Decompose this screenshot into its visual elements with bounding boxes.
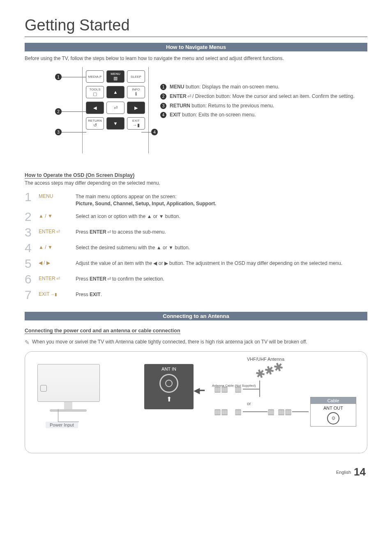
osd-num-5: 5 (25, 257, 39, 270)
osd-num-3: 3 (25, 226, 39, 239)
osd-desc-6-b: ENTER (90, 276, 106, 282)
button-description-list: 1 MENU button: Displays the main on-scre… (160, 67, 367, 121)
osd-num-6: 6 (25, 273, 39, 285)
osd-key-4: ▲ / ▼ (39, 242, 76, 250)
osd-key-6: ENTER (39, 273, 76, 281)
osd-num-7: 7 (25, 289, 39, 301)
section-bar-antenna: Connecting to an Antenna (25, 312, 367, 320)
remote-tools-label: TOOLS (90, 88, 101, 91)
osd-row-3: 3 ENTER Press ENTER to access the sub-me… (25, 225, 367, 240)
footer-page-number: 14 (354, 466, 366, 478)
osd-key-3-text: ENTER (39, 229, 55, 234)
osd-sub: The access steps may differ depending on… (25, 180, 367, 186)
callout-4: 4 (151, 129, 158, 135)
enter-icon: ⏎ (114, 105, 118, 111)
title-rule (25, 37, 367, 37)
info-icon: ℹ (135, 91, 137, 97)
remote-right-button: ▶ (127, 102, 145, 114)
power-line (58, 409, 79, 422)
or-label: or (247, 401, 251, 406)
osd-key-2: ▲ / ▼ (39, 211, 76, 219)
desc-tail-2: / Direction button: Move the cursor and … (191, 93, 355, 99)
osd-desc-2: Select an icon or option with the ▲ or ▼… (76, 211, 367, 220)
osd-row-1: 1 MENU The main menu options appear on t… (25, 189, 367, 209)
osd-row-7: 7 EXIT Press EXIT. (25, 287, 367, 303)
remote-exit-button: EXIT→▮ (127, 117, 145, 130)
osd-desc-3-s: to access the sub-menu. (111, 229, 166, 235)
osd-desc-6-icon (106, 276, 111, 282)
desc-num-4: 4 (160, 112, 166, 118)
remote-sleep-label: SLEEP (131, 75, 141, 79)
cable-box-header: Cable (311, 397, 356, 404)
page-footer: English 14 (25, 466, 367, 478)
callout-3: 3 (55, 129, 62, 135)
osd-key-1: MENU (39, 191, 76, 199)
osd-desc-3: Press ENTER to access the sub-menu. (76, 226, 367, 236)
osd-desc-7-p: Press (76, 292, 90, 297)
desc-tail-3: button: Returns to the previous menu. (190, 103, 274, 109)
ant-in-label: ANT IN (144, 364, 194, 371)
connector-icon-1b: ▥ (235, 385, 242, 394)
conn-line-2 (243, 411, 267, 412)
osd-desc-3-p: Press (76, 229, 90, 235)
osd-desc-7-b: EXIT (90, 292, 101, 297)
desc-row-3: 3 RETURN button: Returns to the previous… (160, 102, 367, 109)
remote-return-label: RETURN (88, 119, 101, 123)
remote-return-button: RETURN↺ (86, 117, 104, 130)
connection-diagram: Power Input ANT IN ⬆ ◀━ VHF/UHF Antenna … (25, 351, 367, 453)
osd-desc-1: The main menu options appear on the scre… (76, 191, 367, 207)
desc-bold-1: MENU (170, 84, 184, 90)
note-icon: ✎ (25, 339, 30, 346)
osd-key-7: EXIT (39, 289, 76, 297)
tv-stand-neck (64, 402, 72, 409)
osd-desc-3-b: ENTER (90, 229, 106, 235)
remote-media-label: MEDIA.P (88, 75, 102, 79)
osd-num-4: 4 (25, 242, 39, 254)
tv-port-icon (40, 385, 47, 392)
osd-desc-4: Select the desired submenu with the ▲ or… (76, 242, 367, 251)
right-arrow-icon: ▶ (134, 105, 138, 111)
remote-sleep-button: SLEEP (127, 70, 145, 83)
remote-exit-label: EXIT (132, 119, 140, 123)
enter-glyph-icon (187, 93, 191, 99)
antenna-heading: Connecting the power cord and an antenna… (25, 328, 180, 334)
return-icon: ↺ (93, 123, 97, 128)
remote-tools-button: TOOLS▢ (86, 86, 104, 98)
remote-enter-button: ⏎ (106, 102, 125, 114)
desc-bold-4: EXIT (170, 112, 181, 118)
desc-row-4: 4 EXIT button: Exits the on-screen menu. (160, 111, 367, 118)
left-arrow-icon: ◀ (93, 105, 97, 111)
conn-vert-1 (259, 380, 260, 397)
coax-dot-icon: ⊙ (332, 415, 335, 421)
tv-back-panel (37, 364, 100, 402)
antenna-note-row: ✎ When you move or swivel the TV with An… (25, 339, 367, 346)
remote-info-label: INFO (132, 88, 140, 91)
arrow-up-icon: ⬆ (144, 395, 194, 403)
desc-text-1: MENU button: Displays the main on-screen… (170, 83, 367, 90)
osd-desc-6-p: Press (76, 276, 90, 282)
desc-num-1: 1 (160, 84, 166, 90)
osd-key-7-icon (50, 291, 57, 297)
power-input-label: Power Input (46, 422, 78, 428)
antenna-note-text: When you move or swivel the TV with Ante… (32, 339, 307, 345)
desc-bold-3: RETURN (170, 103, 190, 109)
desc-num-3: 3 (160, 103, 166, 109)
osd-num-2: 2 (25, 211, 39, 223)
connector-icon-1a: ▥▥ (214, 385, 228, 394)
connector-icon-2d: ▥▥ (278, 407, 292, 416)
osd-row-4: 4 ▲ / ▼ Select the desired submenu with … (25, 240, 367, 256)
osd-desc-7: Press EXIT. (76, 289, 367, 298)
remote-body: MEDIA.P MENU▥ SLEEP TOOLS▢ ▲ INFOℹ ◀ ⏎ ▶… (82, 67, 149, 153)
remote-up-button: ▲ (106, 86, 125, 98)
exit-icon: →▮ (133, 123, 140, 128)
section-bar-navigate: How to Navigate Menus (25, 43, 367, 51)
osd-desc-5: Adjust the value of an item with the ◀ o… (76, 257, 367, 267)
connector-icon-2b: ▥ (235, 407, 242, 416)
desc-text-2: ENTER / Direction button: Move the curso… (170, 93, 367, 100)
osd-row-5: 5 ◀ / ▶ Adjust the value of an item with… (25, 256, 367, 271)
remote-media-button: MEDIA.P (86, 70, 104, 83)
footer-lang: English (336, 470, 351, 475)
osd-desc-1-l1: The main menu options appear on the scre… (76, 194, 176, 199)
remote-menu-label: MENU (111, 72, 120, 76)
osd-key-3-icon (55, 229, 60, 234)
